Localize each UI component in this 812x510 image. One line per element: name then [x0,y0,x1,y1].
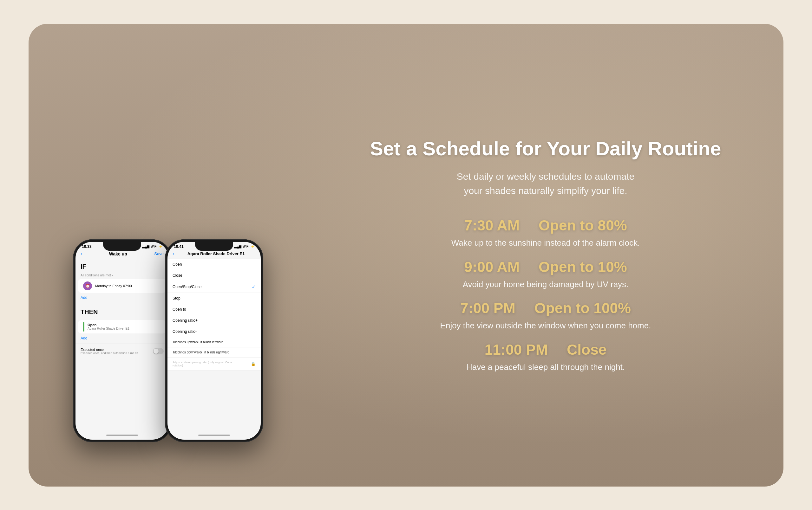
app-header-left: ‹ Wake up Save [76,250,169,259]
then-label: THEN [81,306,164,318]
schedule-text: Monday to Friday 07:00 [95,284,132,288]
phone-left: 10:33 ▂▄▆ WiFi ⚡ ‹ Wake up Save [73,239,171,442]
menu-label-tilt-down: Tilt blinds downward/Tilt blinds rightwa… [173,351,229,354]
status-icons-right: ▂▄▆ WiFi ⚡ [234,245,254,248]
conditions-met-text: All conditions are met › [81,274,113,277]
schedule-entry-4: 11:00 PM Close Have a peaceful sleep all… [352,341,739,373]
home-indicator-right [198,434,230,436]
schedule-entries: 7:30 AM Open to 80% Wake up to the sunsh… [352,217,739,373]
home-indicator-left [106,434,138,436]
battery-icon: ⚡ [158,245,163,248]
menu-label-close: Close [173,273,182,278]
menu-item-opening-ratio-plus[interactable]: Opening ratio+ [168,315,261,326]
condition-row: All conditions are met › [76,272,169,278]
schedule-item[interactable]: ⏰ Monday to Friday 07:00 [78,279,166,293]
time-label-1: 7:30 AM [464,217,520,234]
battery-icon-r: ⚡ [251,245,254,248]
time-label-2: 9:00 AM [464,258,520,275]
schedule-entry-3: 7:00 PM Open to 100% Enjoy the view outs… [352,300,739,331]
main-card: 10:33 ▂▄▆ WiFi ⚡ ‹ Wake up Save [29,24,783,486]
executed-label: Executed once [81,348,138,352]
divider-1 [76,303,169,303]
add-link-2[interactable]: Add [76,334,169,342]
signal-icon: ▂▄▆ [142,245,149,248]
time-action-3: 7:00 PM Open to 100% [352,300,739,317]
action-label-2: Open to 10% [539,258,627,275]
menu-label-adjust: Adjust curtain opening ratio (only suppo… [173,361,236,367]
notch-right [195,242,233,251]
menu-item-adjust: Adjust curtain opening ratio (only suppo… [168,358,261,370]
wifi-icon-r: WiFi [243,245,249,248]
action-label-1: Open to 80% [539,217,627,234]
time-action-2: 9:00 AM Open to 10% [352,258,739,275]
checkmark-icon: ✓ [252,284,256,290]
menu-label-open-to: Open to [173,307,186,311]
executed-once-row: Executed once Executed once, and then au… [76,345,169,357]
lock-icon: 🔒 [251,362,256,366]
description-2: Avoid your home being damaged by UV rays… [352,279,739,290]
description-4: Have a peaceful sleep all through the ni… [352,361,739,373]
action-item[interactable]: Open Aqara Roller Shade Driver E1 [78,320,166,333]
schedule-icon: ⏰ [83,281,92,290]
action-indicator [83,322,84,332]
subtitle-line2: your shades naturally simplify your life… [464,185,627,196]
notch-left [103,242,141,251]
action-label-4: Close [567,341,606,358]
schedule-entry-1: 7:30 AM Open to 80% Wake up to the sunsh… [352,217,739,248]
back-button-left[interactable]: ‹ [81,251,82,256]
menu-label-open: Open [173,262,182,267]
menu-item-open-stop-close[interactable]: Open/Stop/Close ✓ [168,281,261,293]
menu-label-tilt-up: Tilt blinds upward/Tilt blinds leftward [173,340,223,344]
back-button-right[interactable]: ‹ [173,251,174,256]
phone-left-screen: 10:33 ▂▄▆ WiFi ⚡ ‹ Wake up Save [76,242,169,440]
time-action-4: 11:00 PM Close [352,341,739,358]
wifi-icon: WiFi [151,245,157,248]
content-area: 10:33 ▂▄▆ WiFi ⚡ ‹ Wake up Save [29,24,783,486]
subtitle-line1: Set daily or weekly schedules to automat… [457,171,634,182]
phone-right: 10:41 ▂▄▆ WiFi ⚡ ‹ Aqara Roller Shade Dr… [165,239,263,442]
menu-item-tilt-up[interactable]: Tilt blinds upward/Tilt blinds leftward [168,337,261,348]
save-button-left[interactable]: Save [154,251,164,256]
main-title: Set a Schedule for Your Daily Routine [352,137,739,160]
action-text: Open Aqara Roller Shade Driver E1 [88,323,129,330]
menu-label-open-stop-close: Open/Stop/Close [173,284,201,289]
menu-item-open[interactable]: Open [168,259,261,270]
menu-item-open-to[interactable]: Open to [168,304,261,315]
menu-label-opening-ratio-plus: Opening ratio+ [173,318,198,323]
time-label-3: 7:00 PM [460,300,516,317]
time-action-1: 7:30 AM Open to 80% [352,217,739,234]
action-subtitle: Aqara Roller Shade Driver E1 [88,327,129,330]
menu-header: ‹ Aqara Roller Shade Driver E1 [168,250,261,259]
schedule-entry-2: 9:00 AM Open to 10% Avoid your home bein… [352,258,739,290]
subtitle: Set daily or weekly schedules to automat… [352,169,739,198]
phones-container: 10:33 ▂▄▆ WiFi ⚡ ‹ Wake up Save [73,49,314,461]
time-label-4: 11:00 PM [485,341,548,358]
screen-title-left: Wake up [109,251,127,257]
menu-label-stop: Stop [173,296,180,300]
action-label-3: Open to 100% [534,300,631,317]
description-1: Wake up to the sunshine instead of the a… [352,237,739,248]
menu-item-close[interactable]: Close [168,270,261,281]
menu-item-opening-ratio-minus[interactable]: Opening ratio- [168,326,261,337]
menu-items-list: Open Close Open/Stop/Close ✓ Stop [168,259,261,370]
menu-item-tilt-down[interactable]: Tilt blinds downward/Tilt blinds rightwa… [168,348,261,358]
add-link-1[interactable]: Add [76,294,169,302]
then-section: THEN [76,305,169,320]
time-left: 10:33 [82,244,92,249]
executed-sub: Executed once, and then automation turns… [81,352,138,355]
signal-icon-r: ▂▄▆ [234,245,241,248]
divider-2 [76,343,169,344]
menu-label-opening-ratio-minus: Opening ratio- [173,329,197,334]
executed-toggle[interactable] [153,348,164,354]
text-content: Set a Schedule for Your Daily Routine Se… [314,137,739,373]
action-title: Open [88,323,129,327]
status-icons-left: ▂▄▆ WiFi ⚡ [142,245,163,248]
menu-item-stop[interactable]: Stop [168,293,261,304]
phone-right-screen: 10:41 ▂▄▆ WiFi ⚡ ‹ Aqara Roller Shade Dr… [168,242,261,440]
if-label: IF [76,259,169,272]
time-right: 10:41 [174,244,184,249]
description-3: Enjoy the view outside the window when y… [352,320,739,331]
executed-text: Executed once Executed once, and then au… [81,348,138,355]
menu-title: Aqara Roller Shade Driver E1 [176,251,256,256]
